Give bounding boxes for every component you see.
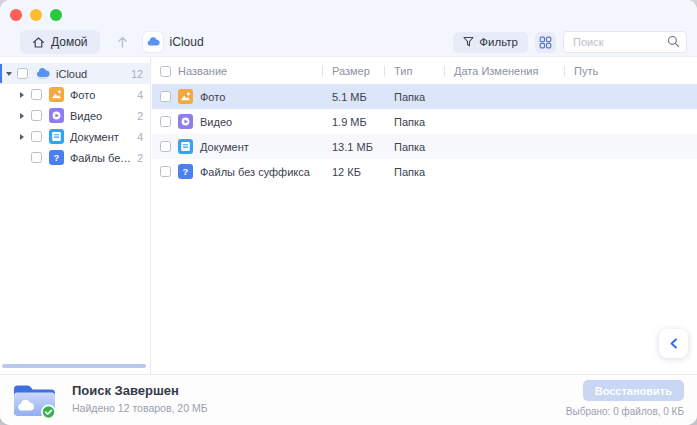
sidebar-item-label: Файлы без суффикса [70,152,134,164]
icloud-icon [143,32,163,52]
sidebar-item-label: Документ [70,131,134,143]
document-folder-icon [178,139,193,154]
scan-complete-folder-icon [12,382,58,420]
sidebar-item-icloud[interactable]: iCloud 12 [0,63,150,84]
minimize-window-button[interactable] [30,9,42,21]
svg-text:?: ? [183,166,189,177]
table-row-videos[interactable]: Видео 1.9 МБ Папка [152,109,697,134]
row-type: Папка [384,116,444,128]
sidebar-item-count: 2 [137,152,143,164]
photo-folder-icon [49,87,64,102]
svg-text:?: ? [54,152,60,163]
table-row-photos[interactable]: Фото 5.1 МБ Папка [152,84,697,109]
caret-right-icon[interactable] [20,134,31,140]
sidebar-item-label: Фото [70,89,134,101]
header-path[interactable]: Путь [564,65,697,77]
chevron-left-icon [667,336,681,351]
home-icon [32,36,45,49]
document-folder-icon [49,129,64,144]
caret-right-icon[interactable] [20,113,31,119]
icloud-checkbox[interactable] [17,68,28,79]
row-checkbox[interactable] [160,91,171,102]
file-table: Название Размер Тип Дата Изменения Путь … [152,58,697,374]
grid-view-icon [539,36,552,49]
toolbar: Домой iCloud Фильтр [20,30,687,54]
up-level-button[interactable] [116,35,129,49]
row-checkbox[interactable] [160,166,171,177]
breadcrumb-label: iCloud [170,35,204,49]
table-row-documents[interactable]: Документ 13.1 МБ Папка [152,134,697,159]
videos-checkbox[interactable] [31,110,42,121]
table-row-no-suffix[interactable]: ? Файлы без суффикса 12 КБ Папка [152,159,697,184]
row-name: Документ [200,141,249,153]
row-name: Видео [200,116,232,128]
header-name[interactable]: Название [152,65,322,77]
grid-view-button[interactable] [535,32,556,53]
sidebar-item-videos[interactable]: Видео 2 [0,105,150,126]
filter-funnel-icon [463,36,474,48]
row-size: 1.9 МБ [322,116,384,128]
home-button[interactable]: Домой [20,30,100,54]
header-path-label: Путь [574,65,598,77]
header-size[interactable]: Размер [322,65,384,77]
video-folder-icon [49,108,64,123]
row-size: 12 КБ [322,166,384,178]
header-type[interactable]: Тип [384,65,444,77]
close-window-button[interactable] [10,9,22,21]
search-icon [667,35,680,48]
status-subtitle: Найдено 12 товаров, 20 МБ [72,402,208,414]
sidebar-item-no-suffix[interactable]: ? Файлы без суффикса 2 [0,147,150,168]
arrow-up-icon [116,35,129,49]
table-header-row: Название Размер Тип Дата Изменения Путь [152,58,697,84]
header-size-label: Размер [332,65,370,77]
sidebar-item-count: 2 [137,110,143,122]
traffic-lights [10,9,62,21]
header-type-label: Тип [394,65,412,77]
row-type: Папка [384,166,444,178]
video-folder-icon [178,114,193,129]
titlebar-toolbar: Домой iCloud Фильтр [0,0,697,57]
filter-button-label: Фильтр [479,36,518,48]
caret-right-icon[interactable] [20,92,31,98]
header-date-label: Дата Изменения [454,65,538,77]
zoom-window-button[interactable] [50,9,62,21]
search-field-wrap [563,31,687,53]
toolbar-right-group: Фильтр [453,31,687,53]
app-window: Домой iCloud Фильтр [0,0,697,425]
no-suffix-checkbox[interactable] [31,152,42,163]
sidebar-item-label: iCloud [56,68,128,80]
documents-checkbox[interactable] [31,131,42,142]
selection-summary: Выбрано: 0 файлов, 0 КБ [566,406,684,417]
icloud-cloud-icon [35,66,50,81]
header-date[interactable]: Дата Изменения [444,65,564,77]
sidebar-item-documents[interactable]: Документ 4 [0,126,150,147]
row-name: Файлы без суффикса [200,166,310,178]
recover-button[interactable]: Восстановить [583,380,684,401]
status-footer: Поиск Завершен Найдено 12 товаров, 20 МБ… [0,374,697,425]
row-name: Фото [200,91,225,103]
question-file-icon: ? [178,164,193,179]
sidebar-item-count: 4 [137,131,143,143]
header-name-label: Название [178,65,227,77]
row-type: Папка [384,141,444,153]
sidebar-item-count: 4 [137,89,143,101]
photos-checkbox[interactable] [31,89,42,100]
expand-panel-button[interactable] [659,329,688,358]
status-title: Поиск Завершен [72,383,208,398]
caret-down-icon[interactable] [6,72,17,76]
row-checkbox[interactable] [160,116,171,127]
sidebar-horizontal-scrollbar[interactable] [2,364,146,368]
row-checkbox[interactable] [160,141,171,152]
row-size: 5.1 МБ [322,91,384,103]
sidebar-item-label: Видео [70,110,134,122]
select-all-checkbox[interactable] [160,66,171,77]
row-type: Папка [384,91,444,103]
filter-button[interactable]: Фильтр [453,32,528,53]
photo-folder-icon [178,89,193,104]
home-button-label: Домой [51,35,88,49]
question-file-icon: ? [49,150,64,165]
breadcrumb[interactable]: iCloud [143,32,204,52]
sidebar-tree: iCloud 12 Фото 4 Видео 2 Документ 4 [0,58,151,374]
sidebar-item-photos[interactable]: Фото 4 [0,84,150,105]
row-size: 13.1 МБ [322,141,384,153]
